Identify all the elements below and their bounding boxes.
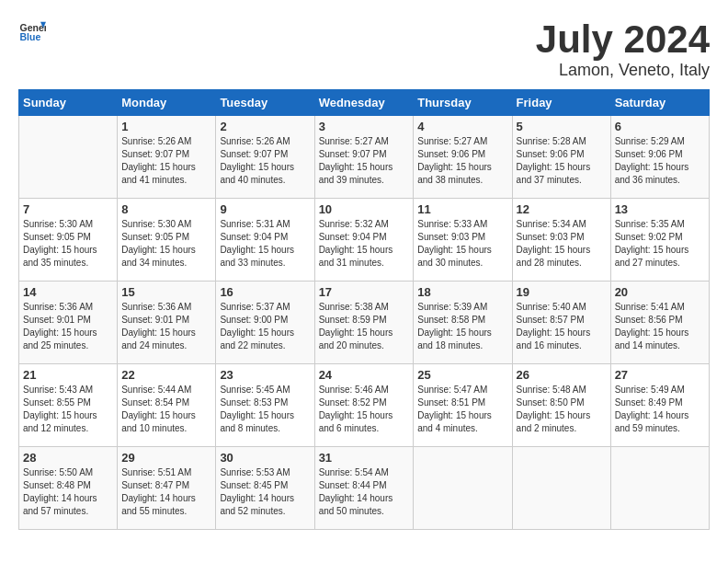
day-number: 6 <box>615 120 705 133</box>
day-number: 18 <box>417 285 507 299</box>
day-info: Sunrise: 5:49 AM Sunset: 8:49 PM Dayligh… <box>615 384 705 435</box>
calendar-cell: 12Sunrise: 5:34 AM Sunset: 9:03 PM Dayli… <box>512 199 610 282</box>
day-info: Sunrise: 5:35 AM Sunset: 9:02 PM Dayligh… <box>615 218 705 270</box>
day-info: Sunrise: 5:29 AM Sunset: 9:06 PM Dayligh… <box>615 135 705 187</box>
calendar-cell: 31Sunrise: 5:54 AM Sunset: 8:44 PM Dayli… <box>314 447 414 530</box>
calendar-cell: 14Sunrise: 5:36 AM Sunset: 9:01 PM Dayli… <box>19 282 118 364</box>
day-number: 27 <box>615 368 705 382</box>
day-number: 1 <box>121 120 211 133</box>
day-number: 10 <box>319 202 410 216</box>
calendar-cell: 23Sunrise: 5:45 AM Sunset: 8:53 PM Dayli… <box>216 364 314 447</box>
day-number: 13 <box>615 202 705 216</box>
day-number: 19 <box>517 285 607 299</box>
calendar-cell: 13Sunrise: 5:35 AM Sunset: 9:02 PM Dayli… <box>610 199 709 282</box>
calendar-cell: 7Sunrise: 5:30 AM Sunset: 9:05 PM Daylig… <box>19 199 118 282</box>
calendar-cell: 19Sunrise: 5:40 AM Sunset: 8:57 PM Dayli… <box>512 282 610 364</box>
day-info: Sunrise: 5:32 AM Sunset: 9:04 PM Dayligh… <box>319 218 410 270</box>
day-info: Sunrise: 5:37 AM Sunset: 9:00 PM Dayligh… <box>220 301 310 352</box>
day-number: 8 <box>121 202 211 216</box>
calendar-cell: 8Sunrise: 5:30 AM Sunset: 9:05 PM Daylig… <box>118 199 216 282</box>
calendar-cell: 9Sunrise: 5:31 AM Sunset: 9:04 PM Daylig… <box>216 199 314 282</box>
weekday-header: Sunday <box>19 90 118 116</box>
weekday-header: Monday <box>118 90 216 116</box>
day-number: 3 <box>319 120 410 133</box>
calendar-cell <box>512 447 610 530</box>
day-info: Sunrise: 5:45 AM Sunset: 8:53 PM Dayligh… <box>220 384 310 435</box>
calendar-cell: 16Sunrise: 5:37 AM Sunset: 9:00 PM Dayli… <box>216 282 314 364</box>
calendar-cell <box>610 447 709 530</box>
day-info: Sunrise: 5:47 AM Sunset: 8:51 PM Dayligh… <box>417 384 507 435</box>
calendar-week-row: 1Sunrise: 5:26 AM Sunset: 9:07 PM Daylig… <box>19 116 710 199</box>
day-number: 7 <box>23 202 113 216</box>
weekday-header: Wednesday <box>314 90 414 116</box>
month-title: July 2024 <box>536 18 710 61</box>
day-info: Sunrise: 5:46 AM Sunset: 8:52 PM Dayligh… <box>319 384 410 435</box>
day-number: 17 <box>319 285 410 299</box>
location-title: Lamon, Veneto, Italy <box>536 61 710 80</box>
day-info: Sunrise: 5:44 AM Sunset: 8:54 PM Dayligh… <box>121 384 211 435</box>
day-info: Sunrise: 5:40 AM Sunset: 8:57 PM Dayligh… <box>517 301 607 352</box>
header: General Blue July 2024 Lamon, Veneto, It… <box>18 18 710 80</box>
day-number: 24 <box>319 368 410 382</box>
logo: General Blue <box>18 18 46 46</box>
calendar-cell: 17Sunrise: 5:38 AM Sunset: 8:59 PM Dayli… <box>314 282 414 364</box>
day-number: 4 <box>417 120 507 133</box>
calendar-cell <box>19 116 118 199</box>
day-number: 30 <box>220 451 310 465</box>
weekday-header: Thursday <box>414 90 512 116</box>
calendar-cell: 2Sunrise: 5:26 AM Sunset: 9:07 PM Daylig… <box>216 116 314 199</box>
title-area: July 2024 Lamon, Veneto, Italy <box>536 18 710 80</box>
logo-icon: General Blue <box>18 18 46 46</box>
day-info: Sunrise: 5:50 AM Sunset: 8:48 PM Dayligh… <box>23 466 113 518</box>
day-info: Sunrise: 5:39 AM Sunset: 8:58 PM Dayligh… <box>417 301 507 352</box>
calendar-cell: 28Sunrise: 5:50 AM Sunset: 8:48 PM Dayli… <box>19 447 118 530</box>
day-number: 2 <box>220 120 310 133</box>
day-info: Sunrise: 5:34 AM Sunset: 9:03 PM Dayligh… <box>517 218 607 270</box>
calendar-cell: 18Sunrise: 5:39 AM Sunset: 8:58 PM Dayli… <box>414 282 512 364</box>
day-number: 31 <box>319 451 410 465</box>
day-number: 11 <box>417 202 507 216</box>
weekday-row: SundayMondayTuesdayWednesdayThursdayFrid… <box>19 90 710 116</box>
day-info: Sunrise: 5:26 AM Sunset: 9:07 PM Dayligh… <box>121 135 211 187</box>
day-info: Sunrise: 5:31 AM Sunset: 9:04 PM Dayligh… <box>220 218 310 270</box>
day-number: 20 <box>615 285 705 299</box>
day-info: Sunrise: 5:30 AM Sunset: 9:05 PM Dayligh… <box>23 218 113 270</box>
day-info: Sunrise: 5:41 AM Sunset: 8:56 PM Dayligh… <box>615 301 705 352</box>
day-number: 5 <box>517 120 607 133</box>
calendar-cell: 4Sunrise: 5:27 AM Sunset: 9:06 PM Daylig… <box>414 116 512 199</box>
calendar-cell: 21Sunrise: 5:43 AM Sunset: 8:55 PM Dayli… <box>19 364 118 447</box>
calendar-cell: 10Sunrise: 5:32 AM Sunset: 9:04 PM Dayli… <box>314 199 414 282</box>
day-info: Sunrise: 5:38 AM Sunset: 8:59 PM Dayligh… <box>319 301 410 352</box>
day-number: 29 <box>121 451 211 465</box>
day-number: 12 <box>517 202 607 216</box>
calendar-cell: 11Sunrise: 5:33 AM Sunset: 9:03 PM Dayli… <box>414 199 512 282</box>
day-number: 14 <box>23 285 113 299</box>
day-info: Sunrise: 5:43 AM Sunset: 8:55 PM Dayligh… <box>23 384 113 435</box>
day-number: 21 <box>23 368 113 382</box>
day-info: Sunrise: 5:30 AM Sunset: 9:05 PM Dayligh… <box>121 218 211 270</box>
calendar-cell: 30Sunrise: 5:53 AM Sunset: 8:45 PM Dayli… <box>216 447 314 530</box>
weekday-header: Friday <box>512 90 610 116</box>
day-info: Sunrise: 5:27 AM Sunset: 9:06 PM Dayligh… <box>417 135 507 187</box>
weekday-header: Saturday <box>610 90 709 116</box>
weekday-header: Tuesday <box>216 90 314 116</box>
calendar-cell: 1Sunrise: 5:26 AM Sunset: 9:07 PM Daylig… <box>118 116 216 199</box>
day-number: 23 <box>220 368 310 382</box>
calendar-week-row: 7Sunrise: 5:30 AM Sunset: 9:05 PM Daylig… <box>19 199 710 282</box>
calendar-cell: 24Sunrise: 5:46 AM Sunset: 8:52 PM Dayli… <box>314 364 414 447</box>
day-number: 25 <box>417 368 507 382</box>
day-info: Sunrise: 5:48 AM Sunset: 8:50 PM Dayligh… <box>517 384 607 435</box>
day-number: 28 <box>23 451 113 465</box>
calendar-week-row: 21Sunrise: 5:43 AM Sunset: 8:55 PM Dayli… <box>19 364 710 447</box>
calendar-cell: 26Sunrise: 5:48 AM Sunset: 8:50 PM Dayli… <box>512 364 610 447</box>
day-number: 22 <box>121 368 211 382</box>
day-info: Sunrise: 5:27 AM Sunset: 9:07 PM Dayligh… <box>319 135 410 187</box>
day-info: Sunrise: 5:51 AM Sunset: 8:47 PM Dayligh… <box>121 466 211 518</box>
calendar-cell <box>414 447 512 530</box>
calendar-cell: 27Sunrise: 5:49 AM Sunset: 8:49 PM Dayli… <box>610 364 709 447</box>
day-info: Sunrise: 5:33 AM Sunset: 9:03 PM Dayligh… <box>417 218 507 270</box>
svg-text:Blue: Blue <box>20 31 41 42</box>
calendar-cell: 5Sunrise: 5:28 AM Sunset: 9:06 PM Daylig… <box>512 116 610 199</box>
day-info: Sunrise: 5:28 AM Sunset: 9:06 PM Dayligh… <box>517 135 607 187</box>
day-info: Sunrise: 5:53 AM Sunset: 8:45 PM Dayligh… <box>220 466 310 518</box>
